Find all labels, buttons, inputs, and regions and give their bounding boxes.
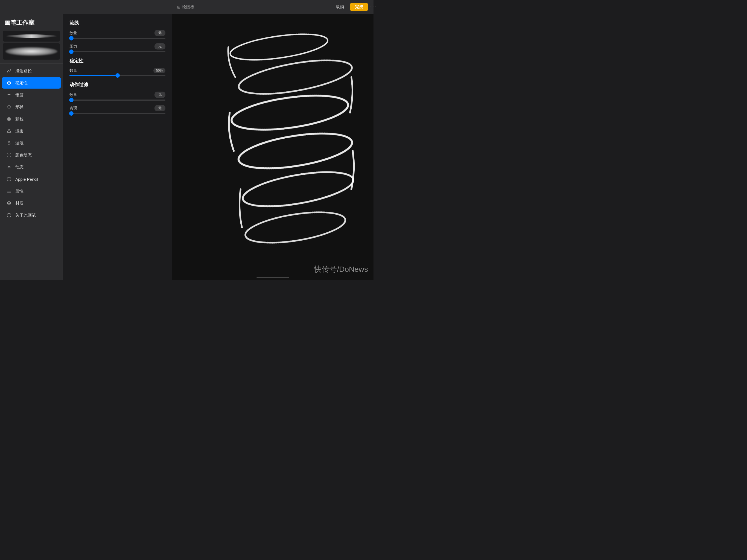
cancel-button[interactable]: 取消 — [333, 3, 347, 11]
grain-label: 颗粒 — [15, 117, 24, 122]
streamline-title: 流线 — [70, 20, 165, 26]
stabilization-icon — [6, 80, 12, 86]
brush-preview-area — [0, 29, 62, 62]
brush-preview-thin[interactable] — [3, 31, 60, 42]
brush-preview-thick[interactable] — [3, 43, 60, 59]
sidebar-item-grain[interactable]: 颗粒 — [2, 113, 61, 125]
stroke-path-icon — [6, 68, 12, 74]
applepencil-icon: i — [6, 176, 12, 182]
svg-rect-6 — [8, 117, 9, 118]
sidebar-item-applepencil[interactable]: i Apple Pencil — [2, 173, 61, 185]
svg-rect-12 — [8, 120, 9, 121]
material-label: 材质 — [15, 201, 24, 206]
motion-expression-slider[interactable] — [70, 113, 165, 114]
wetmix-label: 湿混 — [15, 141, 24, 146]
dynamics-label: 动态 — [15, 164, 24, 170]
svg-point-32 — [229, 29, 329, 65]
svg-rect-8 — [7, 119, 8, 120]
svg-point-28 — [7, 202, 11, 205]
sidebar-item-material[interactable]: 材质 — [2, 198, 61, 209]
board-icon: ⊞ — [177, 5, 180, 9]
svg-line-22 — [8, 156, 8, 157]
sidebar-divider-1 — [0, 63, 62, 64]
sidebar-item-about[interactable]: i 关于此画笔 — [2, 209, 61, 221]
stroke-path-label: 描边路径 — [15, 68, 32, 74]
taper-label: 锥度 — [15, 93, 24, 98]
stabilization-label: 稳定性 — [15, 80, 28, 85]
sidebar: 画笔工作室 描边路径 稳定性 — [0, 14, 63, 280]
sidebar-item-rendering[interactable]: 渲染 — [2, 125, 61, 137]
svg-rect-5 — [7, 117, 8, 118]
dynamics-icon — [6, 164, 12, 170]
svg-rect-7 — [10, 117, 11, 118]
motion-quantity-label: 数量 — [70, 93, 154, 97]
about-icon: i — [6, 212, 12, 218]
motion-expression-label: 表现 — [70, 106, 154, 111]
streamline-section: 流线 数量 无 压力 无 — [70, 20, 165, 52]
sidebar-item-stroke-path[interactable]: 描边路径 — [2, 65, 61, 77]
sidebar-title: 画笔工作室 — [0, 14, 62, 29]
streamline-quantity-row: 数量 无 — [70, 30, 165, 36]
sidebar-item-colordyn[interactable]: 颜色动态 — [2, 149, 61, 161]
stab-quantity-slider[interactable] — [70, 75, 165, 76]
svg-text:i: i — [9, 214, 9, 217]
streamline-pressure-row: 压力 无 — [70, 43, 165, 50]
motion-quantity-slider[interactable] — [70, 100, 165, 101]
brush-stroke-thick-visual — [5, 47, 57, 56]
properties-icon — [6, 188, 12, 194]
sidebar-item-shape[interactable]: 形状 — [2, 101, 61, 113]
motion-expression-value: 无 — [154, 105, 165, 111]
grain-icon — [6, 116, 12, 122]
sidebar-item-wetmix[interactable]: 湿混 — [2, 137, 61, 149]
stab-quantity-label: 数量 — [70, 68, 153, 73]
stabilization-section: 稳定性 数量 50% — [70, 58, 165, 76]
canvas-area[interactable]: 快传号/DoNews — [172, 14, 374, 280]
svg-point-35 — [236, 127, 354, 175]
svg-rect-9 — [8, 119, 9, 120]
svg-text:i: i — [9, 178, 9, 181]
top-bar-actions: 取消 完成 — [333, 3, 368, 11]
settings-panel: 流线 数量 无 压力 无 — [63, 14, 172, 280]
stab-quantity-value: 50% — [153, 68, 165, 73]
streamline-pressure-value: 无 — [154, 43, 165, 50]
sidebar-item-taper[interactable]: 锥度 — [2, 89, 61, 101]
done-button[interactable]: 完成 — [350, 3, 368, 11]
sidebar-item-properties[interactable]: 属性 — [2, 185, 61, 197]
svg-point-1 — [8, 82, 9, 83]
svg-line-19 — [8, 154, 8, 154]
about-label: 关于此画笔 — [15, 213, 36, 218]
taper-icon — [6, 92, 12, 98]
board-label: 绘图板 — [182, 4, 195, 9]
stabilization-title: 稳定性 — [70, 58, 165, 64]
board-button[interactable]: ⊞ 绘图板 — [177, 4, 195, 9]
svg-rect-13 — [10, 120, 11, 121]
motion-quantity-value: 无 — [154, 92, 165, 98]
motion-quantity-row: 数量 无 — [70, 92, 165, 98]
shape-label: 形状 — [15, 104, 24, 110]
svg-point-37 — [243, 207, 347, 249]
rendering-label: 渲染 — [15, 128, 24, 134]
motion-title: 动作过滤 — [70, 81, 165, 88]
streamline-quantity-value: 无 — [154, 30, 165, 36]
top-bar: ⊞ 绘图板 取消 完成 — [0, 0, 374, 14]
svg-marker-14 — [7, 129, 11, 132]
svg-line-20 — [10, 156, 11, 157]
streamline-pressure-slider[interactable] — [70, 51, 165, 52]
colordyn-label: 颜色动态 — [15, 153, 32, 158]
wetmix-icon — [6, 140, 12, 146]
motion-section: 动作过滤 数量 无 表现 无 — [70, 81, 165, 114]
stab-quantity-row: 数量 50% — [70, 68, 165, 73]
canvas-svg — [172, 14, 374, 280]
svg-line-21 — [10, 154, 11, 154]
streamline-quantity-slider[interactable] — [70, 38, 165, 39]
streamline-pressure-label: 压力 — [70, 44, 154, 49]
main-layout: 画笔工作室 描边路径 稳定性 — [0, 14, 374, 280]
svg-point-33 — [236, 54, 354, 100]
sidebar-item-dynamics[interactable]: 动态 — [2, 161, 61, 173]
svg-rect-10 — [10, 119, 11, 120]
properties-label: 属性 — [15, 189, 24, 194]
svg-point-34 — [229, 90, 350, 136]
sidebar-item-stabilization[interactable]: 稳定性 — [2, 77, 61, 88]
rendering-icon — [6, 128, 12, 134]
canvas-scrollbar[interactable] — [256, 277, 289, 278]
